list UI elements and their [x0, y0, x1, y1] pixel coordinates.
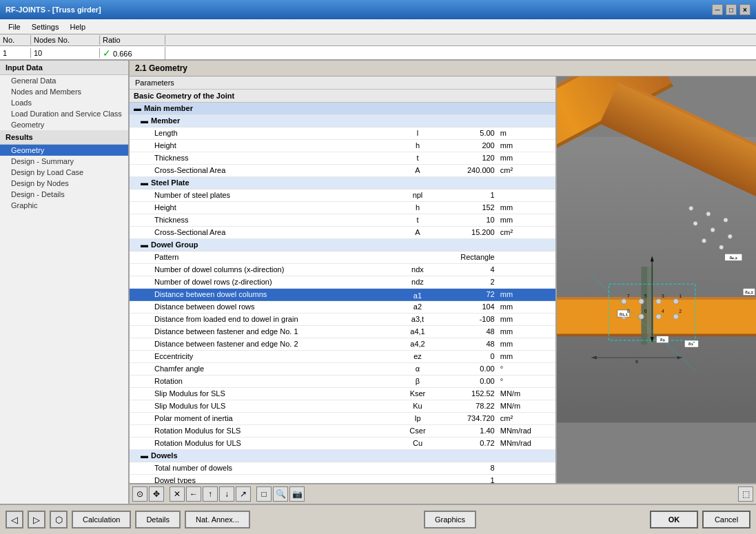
- maximize-button[interactable]: □: [726, 4, 737, 15]
- svg-point-20: [693, 221, 697, 225]
- svg-text:7: 7: [627, 294, 630, 298]
- sidebar-item-geometry-result[interactable]: Geometry: [0, 145, 128, 156]
- right-content: 2.1 Geometry Parameters Basic Geometry o…: [130, 61, 756, 504]
- graphics-button[interactable]: Graphics: [424, 511, 476, 528]
- svg-rect-9: [642, 267, 648, 345]
- cell-ratio: ✓ 0.666: [100, 47, 165, 59]
- table-row[interactable]: 1 10 ✓ 0.666: [0, 46, 756, 59]
- svg-point-12: [622, 299, 627, 305]
- sidebar-item-design-load-case[interactable]: Design by Load Case: [0, 167, 128, 178]
- gfx-btn-up[interactable]: ↑: [203, 486, 218, 502]
- svg-point-24: [719, 245, 724, 249]
- sidebar-item-nodes-members[interactable]: Nodes and Members: [0, 86, 128, 97]
- sidebar-item-design-nodes[interactable]: Design by Nodes: [0, 178, 128, 189]
- svg-point-26: [706, 212, 711, 216]
- svg-text:8: 8: [627, 309, 630, 314]
- app-title: RF-JOINTS - [Truss girder]: [6, 6, 101, 14]
- calculation-button[interactable]: Calculation: [72, 511, 131, 528]
- gfx-btn-extra[interactable]: ⬚: [738, 486, 753, 502]
- cancel-button[interactable]: Cancel: [702, 511, 750, 528]
- top-table: No. Nodes No. Ratio 1 10 ✓ 0.666: [0, 34, 756, 61]
- svg-text:2: 2: [679, 309, 682, 314]
- icon-btn-1[interactable]: ◁: [6, 511, 23, 528]
- gfx-btn-reset-x[interactable]: ✕: [170, 486, 185, 502]
- sidebar-item-design-summary[interactable]: Design - Summary: [0, 156, 128, 167]
- nat-annex-button[interactable]: Nat. Annex...: [185, 511, 250, 528]
- sidebar-item-graphic[interactable]: Graphic: [0, 200, 128, 211]
- svg-point-18: [673, 299, 679, 305]
- svg-point-23: [702, 238, 706, 243]
- menu-bar: File Settings Help: [0, 19, 756, 34]
- graphics-toolbar: ⊙ ✥ ✕ ← ↑ ↓ ↗ □ 🔍 📷 ⬚: [130, 483, 756, 504]
- section-title: 2.1 Geometry: [130, 61, 756, 76]
- svg-point-19: [673, 314, 679, 320]
- svg-text:b: b: [635, 359, 638, 364]
- graphics-panel: a₄,₁ a₁ a₂,₁ a₁": [557, 76, 756, 483]
- svg-point-21: [711, 228, 715, 232]
- parameters-panel: Parameters Basic Geometry of the Joint▬M…: [130, 76, 557, 483]
- svg-point-15: [639, 314, 644, 320]
- svg-text:a₄,₁: a₄,₁: [729, 255, 737, 260]
- gfx-btn-pan[interactable]: ✥: [149, 486, 164, 502]
- svg-point-16: [656, 299, 662, 305]
- icon-btn-2[interactable]: ▷: [28, 511, 45, 528]
- cell-no: 1: [0, 48, 31, 58]
- menu-file[interactable]: File: [3, 21, 26, 32]
- sidebar-item-general-data[interactable]: General Data: [0, 75, 128, 86]
- header-no: No.: [0, 35, 31, 45]
- gfx-btn-diag[interactable]: ↗: [236, 486, 251, 502]
- params-label: Parameters: [135, 79, 174, 87]
- gfx-btn-capture[interactable]: 📷: [289, 486, 305, 502]
- table-header: No. Nodes No. Ratio: [0, 34, 756, 46]
- svg-rect-10: [647, 267, 653, 345]
- svg-point-17: [656, 314, 662, 320]
- svg-point-25: [689, 206, 693, 210]
- gfx-btn-down[interactable]: ↓: [219, 486, 234, 502]
- check-icon: ✓: [103, 48, 111, 59]
- svg-text:a₄,₂: a₄,₂: [745, 289, 753, 294]
- results-section: Results: [0, 130, 128, 145]
- menu-settings[interactable]: Settings: [26, 21, 65, 32]
- left-sidebar: Input Data General Data Nodes and Member…: [0, 61, 130, 504]
- title-bar: RF-JOINTS - [Truss girder] ─ □ ×: [0, 0, 756, 19]
- header-ratio: Ratio: [100, 35, 165, 45]
- ratio-value: 0.666: [113, 50, 132, 58]
- svg-text:4: 4: [662, 309, 664, 314]
- menu-help[interactable]: Help: [64, 21, 91, 32]
- svg-point-22: [728, 234, 732, 238]
- svg-text:a₂,₁: a₂,₁: [620, 311, 628, 316]
- svg-text:5: 5: [644, 294, 647, 298]
- sidebar-item-design-details[interactable]: Design - Details: [0, 189, 128, 200]
- details-button[interactable]: Details: [135, 511, 181, 528]
- svg-text:6: 6: [644, 309, 647, 314]
- gfx-btn-select[interactable]: ⊙: [132, 486, 147, 502]
- cell-nodes: 10: [31, 48, 100, 58]
- sidebar-item-geometry-input[interactable]: Geometry: [0, 119, 128, 130]
- sidebar-item-load-duration[interactable]: Load Duration and Service Class: [0, 108, 128, 119]
- window-controls: ─ □ ×: [712, 4, 750, 15]
- sidebar-item-loads[interactable]: Loads: [0, 97, 128, 108]
- svg-rect-7: [557, 297, 756, 300]
- param-table: Basic Geometry of the Joint▬Main member▬…: [130, 90, 555, 483]
- close-button[interactable]: ×: [739, 4, 750, 15]
- svg-text:a₁: a₁: [660, 337, 665, 342]
- params-header: Parameters: [130, 76, 555, 90]
- bottom-toolbar: ◁ ▷ ⬡ Calculation Details Nat. Annex... …: [0, 504, 756, 534]
- svg-text:a₁": a₁": [688, 341, 695, 346]
- svg-text:3: 3: [662, 294, 664, 298]
- ok-button[interactable]: OK: [650, 511, 698, 528]
- svg-point-14: [639, 299, 644, 305]
- input-data-section: Input Data: [0, 61, 128, 75]
- gfx-btn-left[interactable]: ←: [186, 486, 201, 502]
- icon-btn-3[interactable]: ⬡: [50, 511, 68, 528]
- minimize-button[interactable]: ─: [712, 4, 723, 15]
- svg-point-27: [724, 218, 728, 222]
- gfx-btn-zoom[interactable]: 🔍: [273, 486, 288, 502]
- svg-text:1: 1: [679, 294, 682, 298]
- truss-graphic: a₄,₁ a₁ a₂,₁ a₁": [557, 76, 756, 483]
- gfx-btn-frame[interactable]: □: [256, 486, 272, 502]
- header-nodes: Nodes No.: [31, 35, 100, 45]
